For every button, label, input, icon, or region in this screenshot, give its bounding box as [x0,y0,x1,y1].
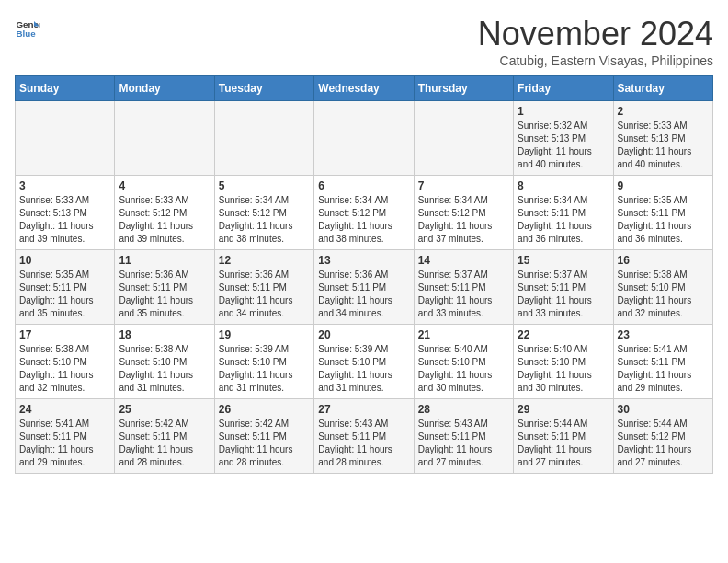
day-number: 23 [618,328,709,341]
calendar-cell [314,101,414,176]
day-info: Sunrise: 5:32 AM Sunset: 5:13 PM Dayligh… [518,120,609,171]
title-block: November 2024 Catubig, Eastern Visayas, … [478,15,713,68]
day-info: Sunrise: 5:37 AM Sunset: 5:11 PM Dayligh… [418,269,509,320]
day-info: Sunrise: 5:34 AM Sunset: 5:12 PM Dayligh… [219,194,310,246]
weekday-header-wednesday: Wednesday [314,76,414,101]
calendar-cell: 22Sunrise: 5:40 AM Sunset: 5:10 PM Dayli… [514,325,613,399]
day-info: Sunrise: 5:33 AM Sunset: 5:13 PM Dayligh… [19,194,110,246]
calendar-cell: 10Sunrise: 5:35 AM Sunset: 5:11 PM Dayli… [16,250,115,325]
day-info: Sunrise: 5:42 AM Sunset: 5:11 PM Dayligh… [119,418,210,469]
calendar-cell: 18Sunrise: 5:38 AM Sunset: 5:10 PM Dayli… [115,325,214,399]
weekday-header-monday: Monday [115,76,214,101]
day-number: 1 [518,105,609,118]
day-number: 8 [518,179,609,192]
page-header: General Blue November 2024 Catubig, East… [15,15,713,68]
day-info: Sunrise: 5:43 AM Sunset: 5:11 PM Dayligh… [418,418,509,469]
day-number: 5 [219,179,310,192]
calendar-cell: 26Sunrise: 5:42 AM Sunset: 5:11 PM Dayli… [214,399,313,474]
month-title: November 2024 [478,15,713,53]
day-number: 12 [219,254,310,267]
calendar-cell: 11Sunrise: 5:36 AM Sunset: 5:11 PM Dayli… [115,250,214,325]
day-number: 6 [318,179,409,192]
day-number: 15 [518,254,609,267]
calendar-cell [115,101,214,176]
calendar-cell: 28Sunrise: 5:43 AM Sunset: 5:11 PM Dayli… [414,399,513,474]
svg-text:Blue: Blue [16,29,36,39]
day-info: Sunrise: 5:38 AM Sunset: 5:10 PM Dayligh… [19,343,110,395]
calendar-cell: 2Sunrise: 5:33 AM Sunset: 5:13 PM Daylig… [613,101,712,176]
day-info: Sunrise: 5:41 AM Sunset: 5:11 PM Dayligh… [19,418,110,469]
day-number: 22 [518,328,609,341]
day-info: Sunrise: 5:42 AM Sunset: 5:11 PM Dayligh… [219,418,310,469]
logo-icon: General Blue [15,15,40,40]
day-info: Sunrise: 5:40 AM Sunset: 5:10 PM Dayligh… [518,343,609,395]
day-number: 25 [119,403,210,416]
calendar-cell: 19Sunrise: 5:39 AM Sunset: 5:10 PM Dayli… [214,325,313,399]
day-info: Sunrise: 5:36 AM Sunset: 5:11 PM Dayligh… [119,269,210,320]
calendar-cell: 25Sunrise: 5:42 AM Sunset: 5:11 PM Dayli… [115,399,214,474]
day-number: 14 [418,254,509,267]
calendar-cell: 5Sunrise: 5:34 AM Sunset: 5:12 PM Daylig… [214,176,313,250]
day-info: Sunrise: 5:36 AM Sunset: 5:11 PM Dayligh… [318,269,409,320]
calendar-cell: 27Sunrise: 5:43 AM Sunset: 5:11 PM Dayli… [314,399,414,474]
day-info: Sunrise: 5:33 AM Sunset: 5:12 PM Dayligh… [119,194,210,246]
calendar-cell: 24Sunrise: 5:41 AM Sunset: 5:11 PM Dayli… [16,399,115,474]
calendar-cell: 12Sunrise: 5:36 AM Sunset: 5:11 PM Dayli… [214,250,313,325]
day-number: 27 [318,403,409,416]
calendar-cell: 7Sunrise: 5:34 AM Sunset: 5:12 PM Daylig… [414,176,513,250]
calendar-cell [16,101,115,176]
calendar-table: SundayMondayTuesdayWednesdayThursdayFrid… [15,75,713,474]
calendar-cell: 9Sunrise: 5:35 AM Sunset: 5:11 PM Daylig… [613,176,712,250]
calendar-cell: 14Sunrise: 5:37 AM Sunset: 5:11 PM Dayli… [414,250,513,325]
calendar-cell: 30Sunrise: 5:44 AM Sunset: 5:12 PM Dayli… [613,399,712,474]
weekday-header-sunday: Sunday [16,76,115,101]
weekday-header-tuesday: Tuesday [214,76,313,101]
day-number: 9 [618,179,709,192]
day-info: Sunrise: 5:38 AM Sunset: 5:10 PM Dayligh… [119,343,210,395]
day-number: 28 [418,403,509,416]
day-number: 21 [418,328,509,341]
day-info: Sunrise: 5:43 AM Sunset: 5:11 PM Dayligh… [318,418,409,469]
day-number: 24 [19,403,110,416]
day-info: Sunrise: 5:33 AM Sunset: 5:13 PM Dayligh… [618,120,709,171]
day-number: 10 [19,254,110,267]
calendar-cell: 23Sunrise: 5:41 AM Sunset: 5:11 PM Dayli… [613,325,712,399]
day-info: Sunrise: 5:38 AM Sunset: 5:10 PM Dayligh… [618,269,709,320]
day-info: Sunrise: 5:35 AM Sunset: 5:11 PM Dayligh… [618,194,709,246]
weekday-header-saturday: Saturday [613,76,712,101]
calendar-cell: 6Sunrise: 5:34 AM Sunset: 5:12 PM Daylig… [314,176,414,250]
day-number: 2 [618,105,709,118]
day-info: Sunrise: 5:37 AM Sunset: 5:11 PM Dayligh… [518,269,609,320]
day-info: Sunrise: 5:39 AM Sunset: 5:10 PM Dayligh… [219,343,310,395]
calendar-cell: 3Sunrise: 5:33 AM Sunset: 5:13 PM Daylig… [16,176,115,250]
day-number: 7 [418,179,509,192]
day-number: 18 [119,328,210,341]
day-number: 11 [119,254,210,267]
day-info: Sunrise: 5:44 AM Sunset: 5:11 PM Dayligh… [518,418,609,469]
calendar-cell: 8Sunrise: 5:34 AM Sunset: 5:11 PM Daylig… [514,176,613,250]
day-info: Sunrise: 5:34 AM Sunset: 5:12 PM Dayligh… [318,194,409,246]
day-info: Sunrise: 5:41 AM Sunset: 5:11 PM Dayligh… [618,343,709,395]
calendar-cell: 4Sunrise: 5:33 AM Sunset: 5:12 PM Daylig… [115,176,214,250]
day-number: 20 [318,328,409,341]
day-number: 3 [19,179,110,192]
day-number: 29 [518,403,609,416]
calendar-cell: 13Sunrise: 5:36 AM Sunset: 5:11 PM Dayli… [314,250,414,325]
calendar-cell: 15Sunrise: 5:37 AM Sunset: 5:11 PM Dayli… [514,250,613,325]
day-number: 26 [219,403,310,416]
day-number: 4 [119,179,210,192]
logo: General Blue [15,15,40,40]
calendar-cell: 16Sunrise: 5:38 AM Sunset: 5:10 PM Dayli… [613,250,712,325]
weekday-header-friday: Friday [514,76,613,101]
day-info: Sunrise: 5:35 AM Sunset: 5:11 PM Dayligh… [19,269,110,320]
calendar-cell: 21Sunrise: 5:40 AM Sunset: 5:10 PM Dayli… [414,325,513,399]
location: Catubig, Eastern Visayas, Philippines [478,53,713,68]
day-info: Sunrise: 5:34 AM Sunset: 5:11 PM Dayligh… [518,194,609,246]
calendar-cell: 29Sunrise: 5:44 AM Sunset: 5:11 PM Dayli… [514,399,613,474]
day-number: 17 [19,328,110,341]
day-number: 13 [318,254,409,267]
calendar-cell: 17Sunrise: 5:38 AM Sunset: 5:10 PM Dayli… [16,325,115,399]
day-info: Sunrise: 5:34 AM Sunset: 5:12 PM Dayligh… [418,194,509,246]
day-number: 30 [618,403,709,416]
day-info: Sunrise: 5:44 AM Sunset: 5:12 PM Dayligh… [618,418,709,469]
